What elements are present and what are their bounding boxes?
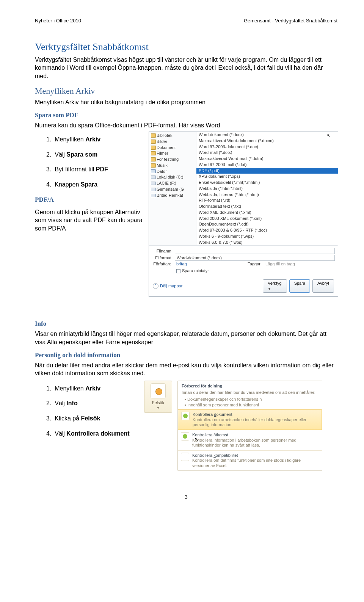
- format-option[interactable]: Word 97-2003 & 6.0/95 - RTF (*.doc): [196, 227, 338, 234]
- step2-2: 2. Välj Info: [46, 399, 133, 408]
- format-option[interactable]: Makroaktiverat Word-dokument (*.docm): [196, 138, 338, 144]
- page-number: 3: [35, 494, 337, 501]
- nav-item[interactable]: Dokument: [149, 145, 196, 151]
- taggar-label: Taggar:: [246, 262, 264, 267]
- step2-3: 3. Klicka på Felsök: [46, 414, 133, 423]
- heading-snabbatkomst: Verktygsfältet Snabbåtkomst: [35, 40, 337, 53]
- step-2: 2. Välj Spara som: [46, 150, 145, 159]
- format-option[interactable]: Word 97-2003-dokument (*.doc): [196, 144, 338, 150]
- format-option[interactable]: Webbsida (*.htm;*.html): [196, 186, 338, 192]
- format-option[interactable]: Makroaktiverad Word-mall (*.dotm): [196, 156, 338, 162]
- para-snabbatkomst: Verktygsfältet Snabbåtkomst visas högst …: [35, 56, 337, 80]
- heading-arkiv: Menyfliken Arkiv: [35, 85, 337, 97]
- format-option[interactable]: Works 6 - 9-dokument (*.wps): [196, 234, 338, 240]
- para-arkiv: Menyfliken Arkiv har olika bakgrundsfärg…: [35, 98, 337, 107]
- format-option[interactable]: Word 2003 XML-dokument (*.xml): [196, 216, 338, 222]
- item-desc: Kontrollera om det finns funktioner som …: [192, 458, 318, 468]
- format-option[interactable]: Webbsida, filtrerad (*.htm;*.html): [196, 192, 338, 198]
- format-option[interactable]: RTF-format (*.rtf): [196, 198, 338, 204]
- save-format-list[interactable]: Word-dokument (*.docx)Makroaktiverat Wor…: [196, 132, 338, 245]
- avbryt-button[interactable]: Avbryt: [312, 279, 334, 293]
- nav-item[interactable]: Britaq Hemkat: [149, 193, 196, 199]
- dolj-mappar-toggle[interactable]: ˄Dölj mappar: [153, 283, 182, 289]
- menu-item[interactable]: Kontrollera åtkomstKontrollera informati…: [178, 430, 322, 450]
- filnamn-field[interactable]: [175, 248, 335, 254]
- header-left: Nyheter i Office 2010: [35, 17, 81, 24]
- nav-item[interactable]: För testning: [149, 157, 196, 163]
- spara-button[interactable]: Spara: [289, 279, 310, 293]
- nav-item[interactable]: Lokal disk (C:): [149, 174, 196, 180]
- step-1: 1. Menyfliken Arkiv: [46, 135, 145, 144]
- step-4: 4. Knappen Spara: [46, 180, 145, 189]
- format-option[interactable]: PDF (*.pdf)↖: [196, 168, 338, 174]
- item-desc: Kontrollera om arbetsboken innehåller do…: [193, 417, 318, 427]
- format-option[interactable]: Word XML-dokument (*.xml): [196, 210, 338, 216]
- item-title: Kontrollera kompatibilitet: [192, 453, 318, 458]
- filformat-label: Filformat:: [152, 256, 175, 261]
- heading-personlig-dold: Personlig och dold information: [35, 351, 337, 360]
- para-spara-pdf: Numera kan du spara Office-dokument i PD…: [35, 121, 337, 130]
- nav-item[interactable]: Gemensam (G: [149, 187, 196, 193]
- panel-title: Förbered för delning: [182, 383, 318, 389]
- step-3: 3. Byt filformat till PDF: [46, 165, 145, 174]
- heading-info: Info: [35, 320, 337, 328]
- menu-item[interactable]: Kontrollera kompatibilitetKontrollera om…: [178, 450, 322, 470]
- format-option[interactable]: OpenDocument-text (*.odt): [196, 221, 338, 227]
- felsok-button[interactable]: Felsök ▼: [144, 381, 172, 413]
- verktyg-button[interactable]: Verktyg ▼: [263, 279, 287, 293]
- nav-item[interactable]: Bibliotek: [149, 133, 196, 139]
- save-nav-tree[interactable]: BibliotekBilderDokumentFilmerFör testnin…: [149, 132, 196, 245]
- item-icon: [181, 453, 189, 461]
- step2-1: 1. Menyfliken Arkiv: [46, 384, 133, 393]
- panel-bullets: Dokumentegenskaper och författarens nInn…: [178, 397, 322, 409]
- format-option[interactable]: Word-mall (*.dotx): [196, 150, 338, 156]
- format-option[interactable]: Enkel webbsidefil (*.mht;*.mhtml): [196, 180, 338, 186]
- item-title: Kontrollera åtkomst: [192, 432, 318, 438]
- screenshot-felsok-panel: Felsök ▼ Förbered för delning Innan du d…: [144, 381, 322, 471]
- nav-item[interactable]: Dator: [149, 169, 196, 175]
- cursor-icon: ↖: [327, 133, 330, 138]
- filnamn-label: Filnamn:: [152, 249, 175, 254]
- checkbox-icon: [176, 269, 180, 273]
- screenshot-save-dialog: BibliotekBilderDokumentFilmerFör testnin…: [149, 132, 338, 297]
- nav-item[interactable]: Bilder: [149, 139, 196, 145]
- chevron-down-icon: ▼: [268, 287, 271, 291]
- item-icon: [181, 432, 189, 441]
- step2-4: 4. Välj Kontrollera dokument: [46, 430, 133, 438]
- format-option[interactable]: Word 97-2003-mall (*.dot): [196, 162, 338, 168]
- header-right: Gemensamt - Verktygsfältet Snabbåtkomst: [244, 17, 337, 24]
- item-title: Kontrollera dokument: [193, 412, 318, 417]
- spara-miniatyr-checkbox[interactable]: Spara miniatyr: [176, 268, 335, 274]
- item-icon: [181, 412, 190, 420]
- format-option[interactable]: Word-dokument (*.docx): [196, 132, 338, 138]
- page-header: Nyheter i Office 2010 Gemensamt - Verkty…: [35, 17, 337, 24]
- cursor-icon: ↖: [194, 436, 199, 443]
- forfattare-label: Författare:: [152, 262, 175, 267]
- filformat-field[interactable]: Word-dokument (*.docx): [175, 255, 335, 261]
- format-option[interactable]: XPS-dokument (*.xps): [196, 174, 338, 180]
- para-personlig-dold: När du delar filer med andra eller skick…: [35, 361, 337, 378]
- steps-felsok: 1. Menyfliken Arkiv 2. Välj Info 3. Klic…: [46, 384, 133, 437]
- nav-item[interactable]: Musik: [149, 163, 196, 169]
- heading-spara-pdf: Spara som PDF: [35, 111, 337, 120]
- para-pdfa: Genom att klicka på knappen Alternativ s…: [35, 208, 145, 233]
- panel-subtitle: Innan du delar den här filen bör du vara…: [182, 390, 318, 395]
- item-desc: Kontrollera information i arbetsboken so…: [192, 438, 318, 448]
- forfattare-value: britag: [175, 262, 246, 267]
- heading-pdfa: PDF/A: [35, 196, 145, 204]
- nav-item[interactable]: Filmer: [149, 150, 196, 157]
- para-info: Visar en miniatyrbild längst till höger …: [35, 330, 337, 346]
- felsok-icon: [151, 383, 166, 398]
- format-option[interactable]: Works 6.0 & 7.0 (*.wps): [196, 240, 338, 246]
- taggar-value[interactable]: Lägg till en tagg: [264, 262, 335, 267]
- format-option[interactable]: Oformaterad text (*.txt): [196, 204, 338, 210]
- steps-spara-pdf: 1. Menyfliken Arkiv 2. Välj Spara som 3.…: [46, 135, 145, 188]
- nav-item[interactable]: LACIE (F:): [149, 180, 196, 187]
- chevron-down-icon: ▼: [146, 406, 170, 411]
- chevron-up-icon: ˄: [153, 283, 158, 289]
- menu-item[interactable]: Kontrollera dokumentKontrollera om arbet…: [178, 409, 322, 430]
